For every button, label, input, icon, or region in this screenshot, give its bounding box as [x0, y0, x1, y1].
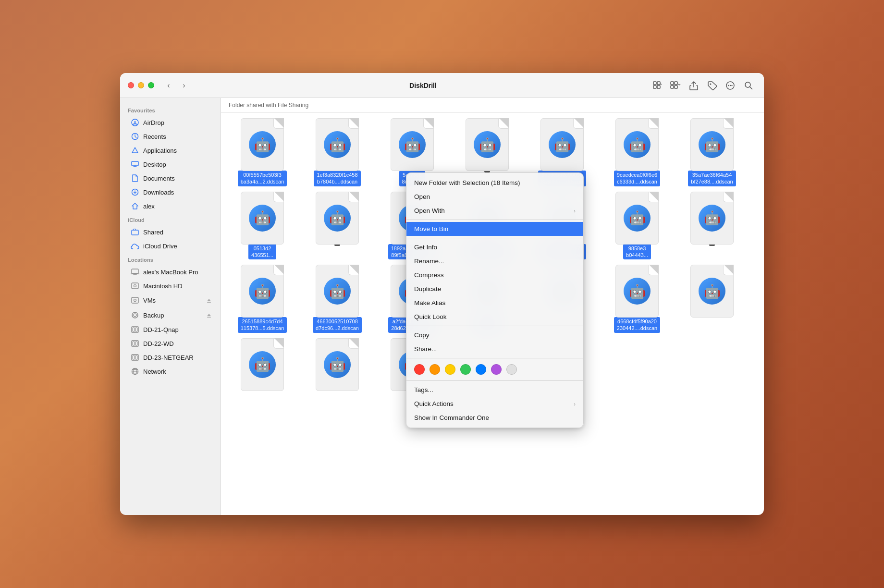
- context-menu-compress-label: Compress: [414, 271, 576, 279]
- tag-button[interactable]: [704, 78, 720, 93]
- dd22-label: DD-22-WD: [143, 340, 174, 347]
- sidebar-item-documents[interactable]: Documents: [123, 172, 218, 185]
- backup-eject-button[interactable]: [204, 310, 214, 320]
- shared-icon: [131, 228, 139, 236]
- context-menu-copy[interactable]: Copy: [406, 328, 583, 342]
- file-name: d668cf4f5f90a20230442....ddscan: [614, 317, 660, 333]
- file-thumbnail: 🤖: [249, 205, 276, 232]
- forward-button[interactable]: ›: [177, 79, 191, 92]
- back-button[interactable]: ‹: [162, 79, 175, 92]
- file-thumbnail: 🤖: [324, 278, 351, 305]
- context-menu-tags[interactable]: Tags...: [406, 383, 583, 397]
- macbook-icon: [131, 268, 139, 276]
- share-button[interactable]: [686, 78, 701, 93]
- sidebar-item-icloud-drive[interactable]: iCloud Drive: [123, 239, 218, 253]
- context-menu-get-info[interactable]: Get Info: [406, 240, 583, 254]
- more-button[interactable]: [723, 78, 738, 93]
- maximize-button[interactable]: [148, 82, 154, 88]
- favourites-section-label: Favourites: [120, 104, 221, 115]
- svg-point-12: [731, 85, 732, 86]
- context-menu-quick-actions[interactable]: Quick Actions ›: [406, 397, 583, 411]
- file-item[interactable]: 🤖: [304, 341, 371, 392]
- search-button[interactable]: [741, 78, 756, 93]
- file-item[interactable]: 🤖 00f5557be503f3ba3a4a...2.ddscan: [229, 121, 296, 186]
- context-menu-move-to-bin[interactable]: Move to Bin: [406, 222, 583, 236]
- file-name: 46630052510708d7dc96...2.ddscan: [313, 317, 362, 333]
- context-menu-make-alias[interactable]: Make Alias: [406, 296, 583, 310]
- view-grid-button[interactable]: [650, 78, 665, 93]
- file-item[interactable]: 🤖 26515889c4d7d4115378...5.ddscan: [229, 267, 296, 333]
- file-item[interactable]: 🤖: [229, 341, 296, 392]
- context-menu-new-folder[interactable]: New Folder with Selection (18 Items): [406, 176, 583, 190]
- minimize-button[interactable]: [138, 82, 144, 88]
- color-purple[interactable]: [491, 364, 502, 375]
- file-name: 35a7ae36f64a54bf27e88....ddscan: [688, 171, 736, 186]
- sidebar-item-macintosh-hd[interactable]: Macintosh HD: [123, 279, 218, 293]
- context-menu-duplicate[interactable]: Duplicate: [406, 282, 583, 296]
- file-item[interactable]: 🤖 9caedcea0f0f6e6c6333d....ddscan: [603, 121, 671, 186]
- vms-eject-button[interactable]: [204, 295, 214, 305]
- file-icon: 🤖: [241, 118, 284, 171]
- file-icon-container: 🤖: [313, 341, 361, 389]
- backup-label: Backup: [143, 312, 164, 319]
- context-menu-show-in-commander[interactable]: Show In Commander One: [406, 411, 583, 425]
- sidebar-item-macbook[interactable]: alex's MacBook Pro: [123, 265, 218, 279]
- color-gray[interactable]: [506, 364, 517, 375]
- context-menu-separator-2: [406, 238, 583, 238]
- file-icon: 🤖: [466, 118, 509, 171]
- sidebar-item-dd23-netgear[interactable]: DD-23-NETGEAR: [123, 351, 218, 364]
- sidebar-item-backup[interactable]: Backup: [123, 308, 218, 322]
- context-menu-rename[interactable]: Rename...: [406, 254, 583, 268]
- file-name: 9caedcea0f0f6e6c6333d....ddscan: [614, 171, 660, 186]
- color-blue[interactable]: [476, 364, 486, 375]
- network-label: Network: [143, 368, 166, 375]
- sidebar-item-applications[interactable]: Applications: [123, 144, 218, 157]
- file-item[interactable]: 🤖 35a7ae36f64a54bf27e88....ddscan: [678, 121, 746, 186]
- file-thumbnail: 🤖: [249, 278, 276, 305]
- file-item[interactable]: 🤖: [678, 267, 746, 333]
- sidebar-item-airdrop[interactable]: AirDrop: [123, 116, 218, 129]
- file-thumbnail: 🤖: [324, 205, 351, 232]
- color-green[interactable]: [460, 364, 471, 375]
- sidebar-item-network[interactable]: Network: [123, 365, 218, 378]
- file-item[interactable]: 🤖 1ef3a8320f1c458b7804b....ddscan: [304, 121, 371, 186]
- context-menu-quick-look[interactable]: Quick Look: [406, 310, 583, 324]
- dd23-label: DD-23-NETGEAR: [143, 354, 194, 361]
- svg-rect-37: [133, 355, 135, 359]
- color-orange[interactable]: [430, 364, 440, 375]
- file-icon-container: 🤖: [688, 194, 736, 242]
- file-icon: 🤖: [615, 192, 659, 245]
- documents-label: Documents: [143, 175, 175, 182]
- file-item[interactable]: 🤖 9858e3b04443...: [603, 194, 671, 260]
- context-menu-duplicate-label: Duplicate: [414, 285, 576, 293]
- file-item[interactable]: 🤖 46630052510708d7dc96...2.ddscan: [304, 267, 371, 333]
- file-item[interactable]: 🤖: [304, 194, 371, 260]
- sidebar-item-alex[interactable]: alex: [123, 199, 218, 213]
- sidebar-item-dd22-wd[interactable]: DD-22-WD: [123, 337, 218, 350]
- close-button[interactable]: [128, 82, 134, 88]
- sidebar-item-desktop[interactable]: Desktop: [123, 158, 218, 171]
- toolbar-actions: [650, 78, 756, 93]
- vms-left: VMs: [131, 296, 156, 305]
- context-menu-share[interactable]: Share...: [406, 342, 583, 356]
- file-item[interactable]: 🤖 d668cf4f5f90a20230442....ddscan: [603, 267, 671, 333]
- context-menu-open[interactable]: Open: [406, 190, 583, 204]
- sidebar-item-vms[interactable]: VMs: [123, 293, 218, 307]
- sidebar-item-dd21-qnap[interactable]: DD-21-Qnap: [123, 323, 218, 336]
- view-toggle-button[interactable]: [668, 78, 683, 93]
- color-yellow[interactable]: [445, 364, 455, 375]
- finder-window: ‹ › DiskDrill: [120, 73, 764, 515]
- context-menu-compress[interactable]: Compress: [406, 268, 583, 282]
- sidebar-item-downloads[interactable]: Downloads: [123, 185, 218, 199]
- traffic-lights: [128, 82, 154, 88]
- sidebar-item-recents[interactable]: Recents: [123, 130, 218, 143]
- svg-rect-5: [675, 82, 677, 85]
- context-menu-open-with[interactable]: Open With ›: [406, 204, 583, 218]
- file-thumbnail: 🤖: [549, 131, 576, 158]
- svg-rect-26: [207, 302, 211, 303]
- file-icon-container: 🤖: [538, 121, 586, 169]
- file-item[interactable]: 🤖 0513d2436551...: [229, 194, 296, 260]
- sidebar-item-shared[interactable]: Shared: [123, 225, 218, 239]
- file-item[interactable]: 🤖: [678, 194, 746, 260]
- color-red[interactable]: [414, 364, 425, 375]
